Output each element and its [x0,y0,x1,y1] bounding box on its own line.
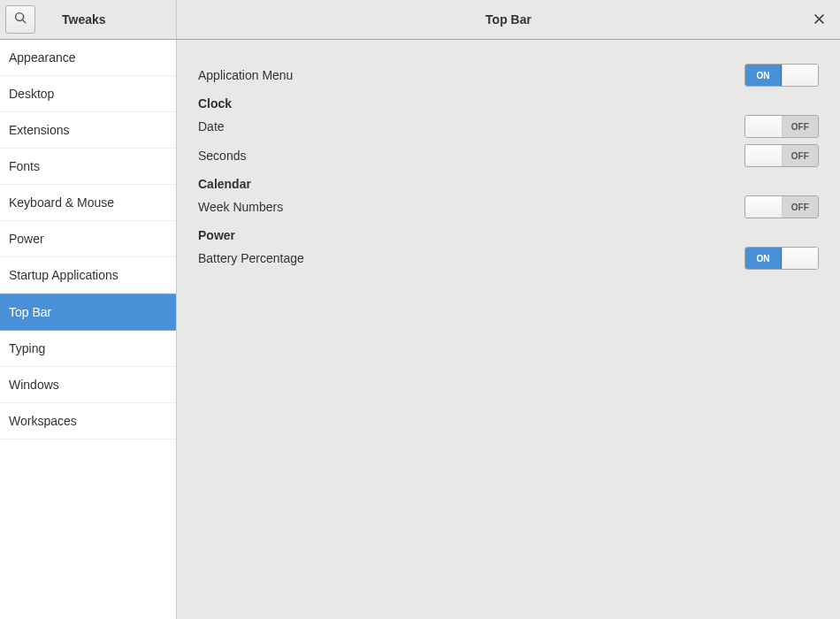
panel-title: Top Bar [485,12,531,27]
week-numbers-label: Week Numbers [198,200,283,214]
sidebar-item-power[interactable]: Power [0,221,176,257]
application-menu-label: Application Menu [198,68,293,82]
sidebar-item-label: Keyboard & Mouse [9,195,114,210]
sidebar-item-label: Startup Applications [9,268,118,282]
calendar-section-header: Calendar [198,177,819,191]
seconds-label: Seconds [198,149,246,163]
sidebar-item-top-bar[interactable]: Top Bar [0,294,176,331]
sidebar-item-label: Power [9,232,44,246]
sidebar-item-label: Windows [9,378,59,392]
date-label: Date [198,119,225,134]
search-icon [14,11,27,27]
sidebar-item-label: Appearance [9,50,76,65]
power-section-header: Power [198,228,819,242]
switch-handle [782,65,818,86]
app-title: Tweaks [62,12,106,27]
sidebar-item-label: Top Bar [9,305,51,319]
sidebar-item-windows[interactable]: Windows [0,367,176,403]
switch-handle [782,248,818,269]
switch-off-label: OFF [783,196,819,218]
clock-section-header: Clock [198,96,819,111]
sidebar-item-typing[interactable]: Typing [0,331,176,367]
switch-off-label: OFF [783,116,819,137]
sidebar-item-keyboard-mouse[interactable]: Keyboard & Mouse [0,185,176,221]
close-icon [814,11,824,27]
switch-handle [745,145,783,166]
switch-off-label: OFF [783,145,819,166]
sidebar-item-desktop[interactable]: Desktop [0,76,176,112]
search-button[interactable] [5,5,35,34]
switch-handle [745,116,783,137]
sidebar-item-label: Typing [9,341,45,355]
sidebar-item-label: Desktop [9,87,54,101]
sidebar-item-fonts[interactable]: Fonts [0,149,176,185]
application-menu-switch[interactable]: ON [745,64,819,87]
battery-percentage-switch[interactable]: ON [745,247,819,270]
switch-on-label: ON [745,65,782,86]
date-switch[interactable]: OFF [745,115,819,138]
sidebar-item-workspaces[interactable]: Workspaces [0,403,176,439]
battery-percentage-label: Battery Percentage [198,251,304,265]
close-button[interactable] [808,9,829,30]
switch-handle [745,196,783,218]
content-panel: Application Menu ON Clock Date OFF Secon… [177,40,840,619]
sidebar-item-label: Fonts [9,159,40,173]
sidebar-item-extensions[interactable]: Extensions [0,112,176,149]
sidebar-item-startup-applications[interactable]: Startup Applications [0,257,176,294]
header-bar: Tweaks Top Bar [0,0,840,40]
sidebar: AppearanceDesktopExtensionsFontsKeyboard… [0,40,177,619]
sidebar-item-label: Workspaces [9,414,77,428]
sidebar-item-appearance[interactable]: Appearance [0,40,176,76]
week-numbers-switch[interactable]: OFF [745,195,819,218]
switch-on-label: ON [745,248,782,269]
seconds-switch[interactable]: OFF [745,144,819,167]
sidebar-item-label: Extensions [9,123,69,137]
